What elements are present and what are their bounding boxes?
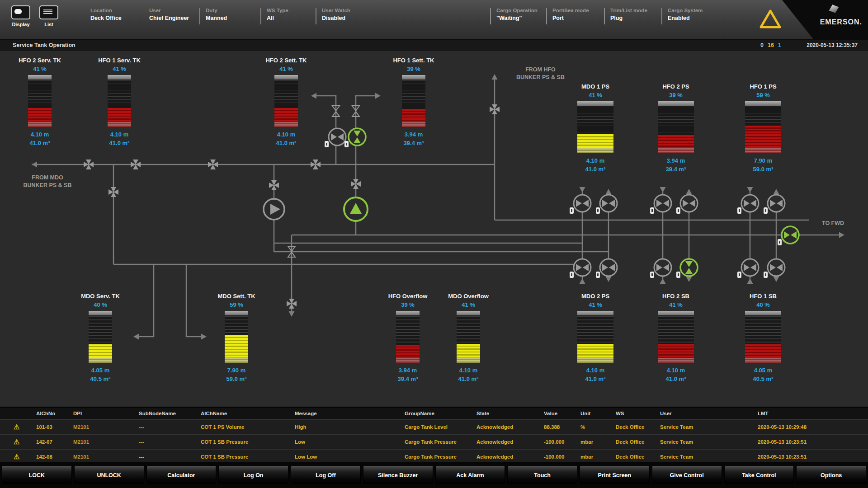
column-header-state[interactable]: State xyxy=(476,411,544,416)
motor-valve-closed[interactable] xyxy=(596,195,617,214)
tank-percent: 39 % xyxy=(642,92,710,99)
status-field-label: Trim/List mode xyxy=(610,8,647,13)
footer-bar: LOCKUNLOCKCalculatorLog OnLog OffSilence… xyxy=(0,462,868,488)
tank-hfo-1-sb[interactable]: HFO 1 SB 40 % 4.05 m 40.5 m³ xyxy=(729,293,797,382)
brand-name: EMERSON. xyxy=(820,18,862,26)
alarm-cell-alchname: COT 1 PS Volume xyxy=(201,424,295,430)
tank-mdo-sett-tk[interactable]: MDO Sett. TK 59 % 7.90 m 59.0 m³ xyxy=(203,293,270,382)
tank-hfo-1-serv-tk[interactable]: HFO 1 Serv. TK 41 % 4.10 m 41.0 m³ xyxy=(85,57,153,146)
log-off-button[interactable]: Log Off xyxy=(291,466,361,484)
tank-hfo-overflow[interactable]: HFO Overflow 39 % 3.94 m 39.4 m³ xyxy=(374,293,442,382)
status-field-trim-list-mode: Trim/List mode Plug xyxy=(610,8,647,21)
motor-valve-closed[interactable] xyxy=(650,259,671,278)
take-control-button[interactable]: Take Control xyxy=(724,466,794,484)
log-on-button[interactable]: Log On xyxy=(218,466,288,484)
motor-valve-in-transit[interactable] xyxy=(676,259,698,278)
alarm-cell-state: Acknowledged xyxy=(476,424,544,430)
list-button[interactable]: List xyxy=(36,5,61,27)
pump-stopped[interactable] xyxy=(264,199,284,220)
alarm-cell-ws: Deck Office xyxy=(616,424,660,430)
alarm-warning-indicator[interactable] xyxy=(759,8,782,30)
motor-valve-closed[interactable] xyxy=(325,128,346,147)
manual-valve-icon[interactable] xyxy=(311,160,321,169)
calculator-button[interactable]: Calculator xyxy=(146,466,217,484)
manual-valve-icon[interactable] xyxy=(208,160,218,169)
lock-button[interactable]: LOCK xyxy=(2,466,72,484)
tank-gauge-empty xyxy=(577,107,613,153)
flow-arrow-down-icon xyxy=(606,277,612,282)
tank-level-gauge xyxy=(89,311,112,363)
tank-level-m: 4.05 m xyxy=(729,367,797,374)
tank-hfo-2-sb[interactable]: HFO 2 SB 41 % 4.10 m 41.0 m³ xyxy=(642,293,710,382)
unlock-button[interactable]: UNLOCK xyxy=(74,466,144,484)
motor-valve-closed[interactable] xyxy=(650,195,671,214)
flow-arrow-down-icon xyxy=(774,277,779,282)
alarm-cell-unit: mbar xyxy=(580,439,616,445)
print-screen-button[interactable]: Print Screen xyxy=(580,466,650,484)
manual-valve-icon[interactable] xyxy=(287,299,297,309)
column-header-alchno[interactable]: AlChNo xyxy=(36,411,73,416)
motor-valve-open[interactable] xyxy=(778,226,799,245)
touch-button[interactable]: Touch xyxy=(507,466,577,484)
tank-gauge-cap xyxy=(745,101,781,106)
column-header-subnodename[interactable]: SubNodeName xyxy=(139,411,201,416)
motor-valve-closed[interactable] xyxy=(737,195,759,214)
valve-actuator-slot xyxy=(739,209,740,212)
tank-hfo-1-ps[interactable]: HFO 1 PS 59 % 7.90 m 59.0 m³ xyxy=(729,83,797,173)
alarm-cell-message: High xyxy=(295,424,405,430)
pump-running[interactable] xyxy=(344,197,368,221)
manual-valve-icon[interactable] xyxy=(351,179,361,189)
motor-valve-closed[interactable] xyxy=(737,259,759,278)
motor-valve-in-transit[interactable] xyxy=(344,128,366,147)
status-field-value: Manned xyxy=(206,15,227,21)
tank-volume-m3: 39.4 m³ xyxy=(374,375,442,382)
tank-name: MDO 1 PS xyxy=(561,83,629,90)
manual-valve-icon[interactable] xyxy=(490,104,500,114)
column-header-dpi[interactable]: DPI xyxy=(73,411,139,416)
manual-valve-icon[interactable] xyxy=(108,187,118,197)
tank-mdo-overflow[interactable]: MDO Overflow 41 % 4.10 m 41.0 m³ xyxy=(434,293,502,382)
display-button[interactable]: Display xyxy=(8,5,33,27)
alarm-cell-dpi: M2101 xyxy=(73,454,139,460)
alarm-row[interactable]: ⚠101-03M2101---COT 1 PS VolumeHighCargo … xyxy=(0,419,868,434)
motor-valve-closed[interactable] xyxy=(570,259,591,278)
silence-buzzer-button[interactable]: Silence Buzzer xyxy=(363,466,433,484)
tank-mdo-serv-tk[interactable]: MDO Serv. TK 40 % 4.05 m 40.5 m³ xyxy=(66,293,134,382)
tank-hfo-2-sett-tk[interactable]: HFO 2 Sett. TK 41 % 4.10 m 41.0 m³ xyxy=(252,57,320,146)
motor-valve-closed[interactable] xyxy=(570,195,591,214)
motor-valve-closed[interactable] xyxy=(764,259,785,278)
column-header-value[interactable]: Value xyxy=(544,411,580,416)
column-header-ws[interactable]: WS xyxy=(616,411,660,416)
manual-valve-icon[interactable] xyxy=(131,160,141,169)
tank-gauge-empty xyxy=(745,107,781,153)
column-header-message[interactable]: Message xyxy=(295,411,405,416)
column-header-lmt[interactable]: LMT xyxy=(758,411,868,416)
tank-hfo-1-sett-tk[interactable]: HFO 1 Sett. TK 39 % 3.94 m 39.4 m³ xyxy=(380,57,448,146)
tank-name: HFO 2 Serv. TK xyxy=(6,57,74,64)
tank-mdo-1-ps[interactable]: MDO 1 PS 41 % 4.10 m 41.0 m³ xyxy=(561,83,629,173)
give-control-button[interactable]: Give Control xyxy=(652,466,722,484)
tank-hfo-2-ps[interactable]: HFO 2 PS 39 % 3.94 m 39.4 m³ xyxy=(642,83,710,173)
tank-mdo-2-ps[interactable]: MDO 2 PS 41 % 4.10 m 41.0 m³ xyxy=(561,293,629,382)
alarm-cell-ws: Deck Office xyxy=(616,439,660,445)
motor-valve-closed[interactable] xyxy=(676,195,698,214)
valve-actuator-slot xyxy=(678,209,679,212)
alarm-cell-alchno: 101-03 xyxy=(36,424,73,430)
alarm-counter: 1 xyxy=(778,42,781,48)
motor-valve-closed[interactable] xyxy=(596,259,617,278)
column-header-unit[interactable]: Unit xyxy=(580,411,616,416)
manual-valve-icon[interactable] xyxy=(84,160,94,169)
manual-valve-icon[interactable] xyxy=(269,180,279,190)
alarm-warning-icon: ⚠ xyxy=(0,438,36,445)
column-header-user[interactable]: User xyxy=(660,411,758,416)
motor-valve-closed[interactable] xyxy=(764,195,785,214)
tank-hfo-2-serv-tk[interactable]: HFO 2 Serv. TK 41 % 4.10 m 41.0 m³ xyxy=(6,57,74,146)
options-button[interactable]: Options xyxy=(796,466,866,484)
tank-gauge-empty xyxy=(274,80,298,127)
brand-panel: EMERSON. xyxy=(782,0,868,39)
column-header-groupname[interactable]: GroupName xyxy=(405,411,476,416)
ack-alarm-button[interactable]: Ack Alarm xyxy=(435,466,505,484)
column-header-alchname[interactable]: AlChName xyxy=(201,411,295,416)
alarm-row[interactable]: ⚠142-07M2101---COT 1 SB PressureLowCargo… xyxy=(0,434,868,449)
valve-actuator-slot xyxy=(571,273,572,276)
